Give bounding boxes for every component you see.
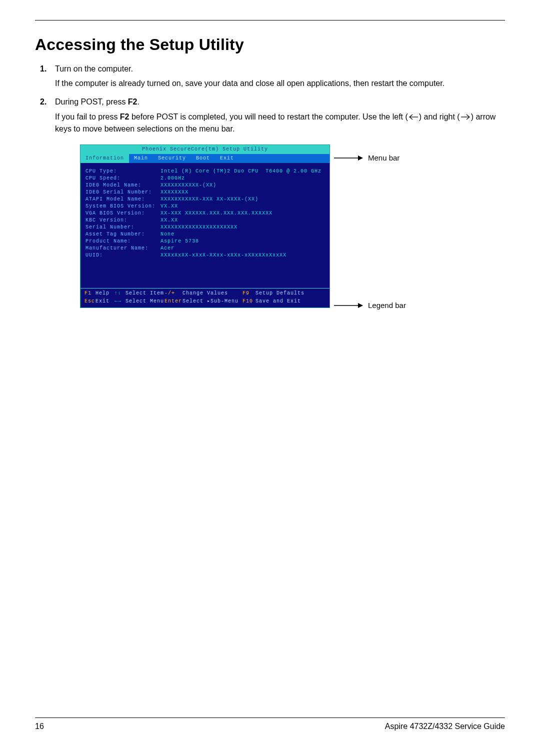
bios-menu-main[interactable]: Main <box>129 154 153 163</box>
bios-title: Phoenix SecureCore(tm) Setup Utility <box>80 145 330 154</box>
bios-field-row: VGA BIOS Version:XX-XXX XXXXXX.XXX.XXX.X… <box>86 210 324 217</box>
bios-field-row: CPU Type:Intel (R) Core (TM)2 Duo CPU T6… <box>86 168 324 175</box>
bios-field-value: XX-XXX XXXXXX.XXX.XXX.XXX.XXXXXX <box>160 210 272 217</box>
bios-field-value: VX.XX <box>160 203 178 210</box>
right-arrow-icon <box>460 112 471 123</box>
annotation-menu-bar: Menu bar <box>333 154 406 162</box>
bios-field-row: KBC Version:XX.XX <box>86 217 324 224</box>
bios-field-row: Product Name:Aspire 5738 <box>86 238 324 245</box>
left-arrow-icon <box>408 112 419 123</box>
bios-field-label: Manufacturer Name: <box>86 245 160 252</box>
legend-leftright-label: Select Menu <box>126 298 164 305</box>
bios-field-label: CPU Speed: <box>86 175 160 182</box>
step-2-body-c: before POST is completed, you will need … <box>130 112 408 121</box>
bios-field-label: Product Name: <box>86 238 160 245</box>
step-1: Turn on the computer. If the computer is… <box>55 63 505 89</box>
legend-f9-key: F9 <box>242 290 256 297</box>
legend-f10-key: F10 <box>242 298 256 305</box>
bios-field-value: Aspire 5738 <box>160 238 199 245</box>
bios-field-row: CPU Speed:2.00GHz <box>86 175 324 182</box>
bios-field-label: VGA BIOS Version: <box>86 210 160 217</box>
bios-legend-bar: F1 Help ↑↓ Select Item -/+ Change Values… <box>80 288 330 308</box>
bios-field-row: System BIOS Version:VX.XX <box>86 203 324 210</box>
footer-rule <box>35 718 505 718</box>
step-2-lead-a: During POST, press <box>55 98 128 106</box>
step-2: During POST, press F2. If you fail to pr… <box>55 96 505 134</box>
arrow-right-icon <box>333 154 363 162</box>
step-2-body-d: ) and right ( <box>419 112 460 121</box>
bios-field-row: IDE0 Serial Number:XXXXXXXX <box>86 189 324 196</box>
annotation-column: Menu bar Legend bar <box>330 144 406 314</box>
bios-menu-security[interactable]: Security <box>153 154 191 163</box>
legend-f1-key: F1 <box>84 290 96 297</box>
legend-f9-label: Setup Defaults <box>256 290 326 297</box>
legend-enter-key: Enter <box>164 298 182 305</box>
bios-field-row: IDE0 Model Name:XXXXXXXXXXX-(XX) <box>86 182 324 189</box>
legend-f10-label: Save and Exit <box>256 298 326 305</box>
bios-field-row: UUID:XXXxXxXX-xXxX-XXxx-xXXx-xXXxXXxXxxX… <box>86 252 324 259</box>
page-title: Accessing the Setup Utility <box>35 36 505 54</box>
annotation-legend-bar: Legend bar <box>333 301 406 310</box>
legend-updown-label: Select Item <box>126 290 164 297</box>
bios-menu-boot[interactable]: Boot <box>191 154 215 163</box>
step-list: Turn on the computer. If the computer is… <box>35 63 505 134</box>
step-2-key: F2 <box>128 98 138 106</box>
bios-field-label: ATAPI Model Name: <box>86 196 160 203</box>
bios-field-row: Asset Tag Number:None <box>86 231 324 238</box>
bios-field-value: Acer <box>160 245 174 252</box>
annotation-menu-bar-label: Menu bar <box>368 154 400 162</box>
svg-marker-3 <box>358 156 363 160</box>
legend-f1-label: Help <box>96 290 114 297</box>
step-1-lead: Turn on the computer. <box>55 64 133 73</box>
bios-menu-bar: Information Main Security Boot Exit <box>80 154 330 163</box>
legend-esc-label: Exit <box>96 298 114 305</box>
bios-menu-exit[interactable]: Exit <box>215 154 239 163</box>
bios-field-value: XXXXXXXXXXX-XXX XX-XXXX-(XX) <box>160 196 258 203</box>
bios-field-row: ATAPI Model Name:XXXXXXXXXXX-XXX XX-XXXX… <box>86 196 324 203</box>
legend-minplus-key: -/+ <box>164 290 182 297</box>
bios-menu-information[interactable]: Information <box>80 154 129 163</box>
bios-field-label: Serial Number: <box>86 224 160 231</box>
bios-field-value: XX.XX <box>160 217 178 224</box>
bios-field-label: KBC Version: <box>86 217 160 224</box>
legend-minplus-label: Change Values <box>182 290 242 297</box>
legend-updown-key: ↑↓ <box>114 290 126 297</box>
bios-figure: Phoenix SecureCore(tm) Setup Utility Inf… <box>80 144 505 314</box>
top-horizontal-rule <box>35 20 505 20</box>
bios-field-label: CPU Type: <box>86 168 160 175</box>
bios-field-label: Asset Tag Number: <box>86 231 160 238</box>
bios-field-value: 2.00GHz <box>160 175 185 182</box>
bios-field-label: IDE0 Model Name: <box>86 182 160 189</box>
bios-field-value: None <box>160 231 174 238</box>
annotation-legend-bar-label: Legend bar <box>368 301 406 310</box>
step-2-lead-c: . <box>138 98 140 106</box>
bios-field-value: XXXXXXXX <box>160 189 188 196</box>
legend-enter-label: Select ▸Sub-Menu <box>182 298 242 305</box>
page-footer: 16 Aspire 4732Z/4332 Service Guide <box>35 718 505 731</box>
bios-field-row: Manufacturer Name:Acer <box>86 245 324 252</box>
legend-esc-key: Esc <box>84 298 96 305</box>
bios-body: CPU Type:Intel (R) Core (TM)2 Duo CPU T6… <box>80 163 330 288</box>
footer-guide-title: Aspire 4732Z/4332 Service Guide <box>385 722 505 731</box>
bios-field-label: UUID: <box>86 252 160 259</box>
step-2-body-key: F2 <box>120 112 130 121</box>
step-1-body: If the computer is already turned on, sa… <box>55 78 505 89</box>
bios-screen: Phoenix SecureCore(tm) Setup Utility Inf… <box>80 144 330 308</box>
step-2-body-a: If you fail to press <box>55 112 120 121</box>
legend-leftright-key: ←→ <box>114 298 126 305</box>
bios-field-value: XXXxXxXX-xXxX-XXxx-xXXx-xXXxXXxXxxXX <box>160 252 286 259</box>
step-2-body: If you fail to press F2 before POST is c… <box>55 111 505 135</box>
bios-field-value: XXXXXXXXXXXXXXXXXXXXXX <box>160 224 238 231</box>
bios-field-value: Intel (R) Core (TM)2 Duo CPU T6400 @ 2.0… <box>160 168 322 175</box>
bios-field-label: System BIOS Version: <box>86 203 160 210</box>
svg-marker-5 <box>358 303 363 308</box>
page-number: 16 <box>35 722 44 731</box>
bios-field-row: Serial Number:XXXXXXXXXXXXXXXXXXXXXX <box>86 224 324 231</box>
bios-field-value: XXXXXXXXXXX-(XX) <box>160 182 216 189</box>
arrow-right-icon <box>333 302 363 309</box>
bios-field-label: IDE0 Serial Number: <box>86 189 160 196</box>
